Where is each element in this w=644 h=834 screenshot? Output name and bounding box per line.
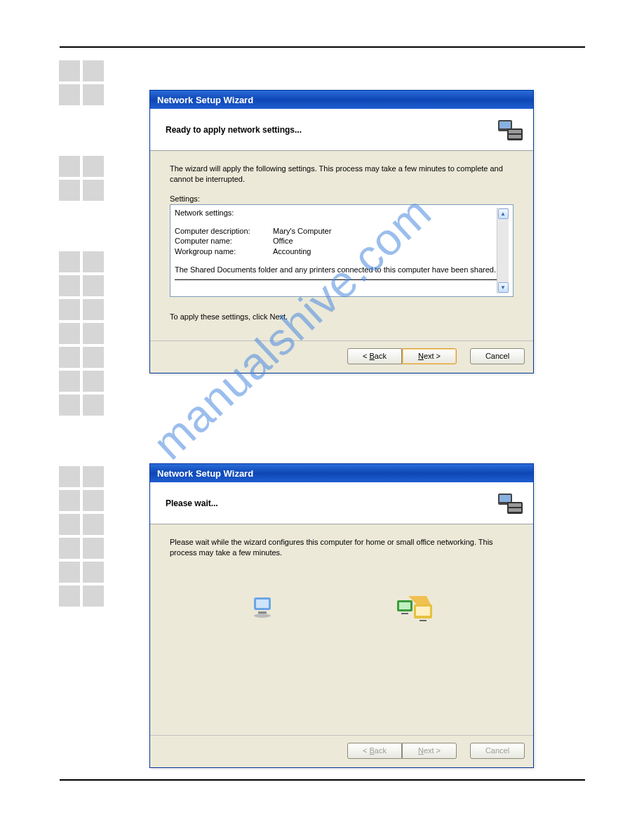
svg-rect-1 xyxy=(499,121,511,128)
settings-row: Computer name: Office xyxy=(175,236,497,246)
single-computer-icon xyxy=(248,593,276,626)
titlebar[interactable]: Network Setup Wizard xyxy=(150,91,533,109)
svg-rect-3 xyxy=(509,130,521,133)
scroll-up-icon[interactable]: ▲ xyxy=(498,208,509,219)
progress-graphic xyxy=(170,593,514,626)
window-title: Network Setup Wizard xyxy=(157,468,253,479)
wait-text: Please wait while the wizard configures … xyxy=(170,537,514,558)
network-wizard-icon xyxy=(495,114,526,146)
next-button[interactable]: Next > xyxy=(402,348,457,364)
wizard-dialog-ready: Network Setup Wizard Ready to apply netw… xyxy=(149,90,534,373)
wizard-header-title: Please wait... xyxy=(166,498,218,508)
back-button[interactable]: < Back xyxy=(347,348,402,364)
back-label: ack xyxy=(375,352,387,360)
network-wizard-icon xyxy=(495,488,526,519)
svg-rect-17 xyxy=(416,607,430,616)
next-button: Next > xyxy=(402,743,457,759)
svg-rect-11 xyxy=(256,600,269,608)
settings-footer: The Shared Documents folder and any prin… xyxy=(175,265,497,275)
svg-rect-4 xyxy=(509,135,521,138)
svg-rect-18 xyxy=(401,613,408,614)
settings-heading: Network settings: xyxy=(175,208,497,218)
wizard-header: Please wait... xyxy=(150,482,533,524)
settings-value: Mary's Computer xyxy=(273,226,331,237)
wizard-header: Ready to apply network settings... xyxy=(150,109,533,151)
window-title: Network Setup Wizard xyxy=(157,95,253,105)
titlebar[interactable]: Network Setup Wizard xyxy=(150,464,533,482)
cancel-button[interactable]: Cancel xyxy=(470,348,525,364)
back-button: < Back xyxy=(347,743,402,759)
intro-text: The wizard will apply the following sett… xyxy=(170,164,514,185)
settings-value: Office xyxy=(273,236,293,246)
back-label: ack xyxy=(375,746,387,755)
settings-row: Workgroup name: Accounting xyxy=(175,246,497,257)
decorative-squares xyxy=(59,60,108,609)
settings-listbox[interactable]: Network settings: Computer description: … xyxy=(170,204,514,297)
apply-hint: To apply these settings, click Next. xyxy=(170,312,514,321)
settings-content: Network settings: Computer description: … xyxy=(175,208,497,293)
settings-divider xyxy=(175,279,497,280)
settings-row: Computer description: Mary's Computer xyxy=(175,226,497,237)
svg-rect-6 xyxy=(499,495,511,502)
settings-key: Computer description: xyxy=(175,226,273,237)
svg-rect-9 xyxy=(509,508,521,512)
button-bar: < Back Next > Cancel xyxy=(150,735,533,767)
network-computers-icon xyxy=(396,593,435,626)
svg-rect-8 xyxy=(509,503,521,507)
svg-rect-19 xyxy=(420,620,427,621)
svg-rect-12 xyxy=(258,611,267,614)
next-label: ext > xyxy=(424,746,441,755)
wizard-header-title: Ready to apply network settings... xyxy=(166,125,302,135)
next-label: ext > xyxy=(424,352,441,360)
cancel-button: Cancel xyxy=(470,743,525,759)
scrollbar[interactable]: ▲ ▼ xyxy=(497,208,509,293)
wizard-body: Please wait while the wizard configures … xyxy=(150,524,533,735)
button-bar: < Back Next > Cancel xyxy=(150,340,533,373)
settings-key: Computer name: xyxy=(175,236,273,246)
wizard-body: The wizard will apply the following sett… xyxy=(150,151,533,340)
svg-point-13 xyxy=(254,614,271,618)
scroll-down-icon[interactable]: ▼ xyxy=(498,282,509,293)
wizard-dialog-wait: Network Setup Wizard Please wait... Plea… xyxy=(149,463,534,768)
settings-key: Workgroup name: xyxy=(175,246,273,257)
page-top-rule xyxy=(60,46,585,48)
settings-label: Settings: xyxy=(170,194,514,203)
page-bottom-rule xyxy=(60,779,585,781)
svg-rect-15 xyxy=(399,602,410,609)
settings-value: Accounting xyxy=(273,246,311,257)
